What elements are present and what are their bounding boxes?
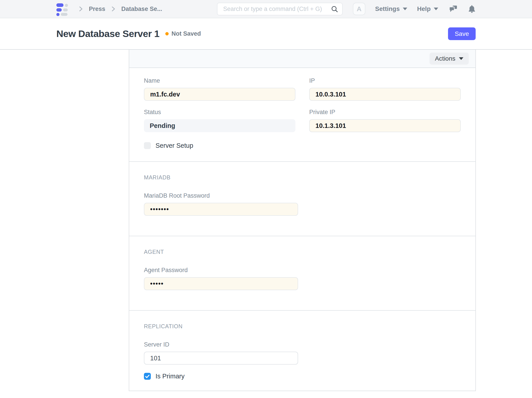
- chevron-right-icon: [111, 6, 116, 12]
- search-input[interactable]: [217, 3, 343, 15]
- replication-section-heading: REPLICATION: [144, 323, 461, 330]
- ip-label: IP: [309, 77, 461, 84]
- main-content: Actions Name Status Pending: [0, 50, 532, 391]
- field-mariadb-root-password: MariaDB Root Password: [144, 192, 461, 216]
- agent-section-heading: AGENT: [144, 249, 461, 255]
- checkbox-unchecked-icon[interactable]: [144, 142, 151, 149]
- private-ip-label: Private IP: [309, 109, 461, 116]
- form-toolbar: Actions: [129, 50, 475, 68]
- private-ip-input[interactable]: [309, 119, 461, 132]
- section-replication: REPLICATION Server ID Is Primary: [129, 311, 475, 391]
- section-details: Name Status Pending Server Setup: [129, 68, 475, 162]
- field-ip: IP: [309, 77, 461, 101]
- chat-icon[interactable]: [449, 5, 457, 13]
- ip-input[interactable]: [309, 88, 461, 101]
- form-card: Actions Name Status Pending: [129, 50, 476, 391]
- bell-icon[interactable]: [468, 5, 476, 13]
- field-name: Name: [144, 77, 295, 101]
- status-badge: Not Saved: [171, 30, 201, 37]
- is-primary-label: Is Primary: [156, 372, 185, 380]
- chevron-down-icon: [403, 7, 407, 10]
- chevron-down-icon: [434, 7, 438, 10]
- checkbox-checked-icon[interactable]: [144, 373, 151, 380]
- save-button[interactable]: Save: [448, 27, 476, 40]
- settings-label: Settings: [375, 5, 400, 13]
- agent-password-label: Agent Password: [144, 267, 461, 274]
- field-private-ip: Private IP: [309, 109, 461, 132]
- server-setup-label: Server Setup: [156, 142, 193, 149]
- mariadb-section-heading: MARIADB: [144, 174, 461, 181]
- server-setup-checkbox[interactable]: Server Setup: [144, 142, 295, 149]
- help-label: Help: [417, 5, 431, 13]
- status-value: Pending: [144, 119, 295, 132]
- navbar-right: A Settings Help: [353, 3, 476, 15]
- is-primary-checkbox[interactable]: Is Primary: [144, 372, 461, 380]
- chevron-right-icon: [78, 6, 83, 12]
- server-id-label: Server ID: [144, 341, 461, 348]
- not-saved-dot-icon: [165, 32, 169, 35]
- avatar[interactable]: A: [353, 3, 365, 15]
- settings-menu[interactable]: Settings: [375, 5, 407, 13]
- page-header: New Database Server 1 Not Saved Save: [0, 18, 532, 50]
- status-label: Status: [144, 109, 295, 116]
- mariadb-root-password-input[interactable]: [144, 203, 298, 216]
- frappe-logo-icon[interactable]: [56, 3, 68, 14]
- field-server-id: Server ID: [144, 341, 461, 365]
- chevron-down-icon: [459, 57, 463, 60]
- field-status: Status Pending: [144, 109, 295, 132]
- section-agent: AGENT Agent Password: [129, 236, 475, 311]
- document-status: Not Saved: [165, 30, 201, 37]
- help-menu[interactable]: Help: [417, 5, 438, 13]
- global-search: [217, 3, 343, 15]
- name-label: Name: [144, 77, 295, 84]
- mariadb-root-password-label: MariaDB Root Password: [144, 192, 461, 199]
- breadcrumb: Press Database Se...: [73, 6, 162, 13]
- server-id-input[interactable]: [144, 352, 298, 365]
- breadcrumb-item-database-server[interactable]: Database Se...: [121, 6, 162, 13]
- breadcrumb-item-press[interactable]: Press: [89, 6, 105, 13]
- actions-label: Actions: [435, 55, 455, 62]
- section-mariadb: MARIADB MariaDB Root Password: [129, 162, 475, 236]
- actions-button[interactable]: Actions: [430, 53, 469, 65]
- name-input[interactable]: [144, 88, 295, 101]
- field-agent-password: Agent Password: [144, 267, 461, 290]
- page-title: New Database Server 1: [56, 28, 159, 39]
- navbar: Press Database Se... A Settings Help: [0, 0, 532, 18]
- agent-password-input[interactable]: [144, 277, 298, 290]
- search-icon[interactable]: [331, 6, 338, 13]
